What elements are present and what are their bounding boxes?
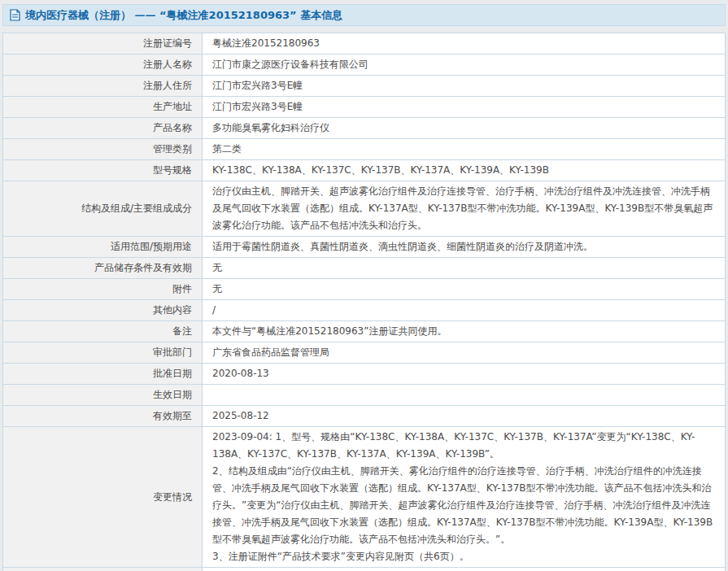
- row-label: 批准日期: [3, 364, 203, 384]
- row-label: 注册人名称: [3, 54, 203, 75]
- row-label: 管理类别: [3, 139, 203, 159]
- page-header: 境内医疗器械（注册） —— “粤械注准20152180963” 基本信息: [2, 4, 726, 26]
- table-row-structure-composition: 结构及组成/主要组成成分 治疗仪由主机、脚踏开关、超声波雾化治疗组件及治疗连接导…: [3, 181, 725, 236]
- table-row-attachments: 附件 无: [3, 278, 725, 299]
- row-label: 注册人住所: [3, 76, 203, 96]
- row-value: 治疗仪由主机、脚踏开关、超声波雾化治疗组件及治疗连接导管、治疗手柄、冲洗治疗组件…: [203, 181, 725, 236]
- row-value: 江门市宏兴路3号E幢: [203, 76, 725, 96]
- row-label: 有效期至: [3, 406, 203, 426]
- table-row-approval-date: 批准日期 2020-08-13: [3, 363, 725, 384]
- row-label: 结构及组成/主要组成成分: [3, 181, 203, 236]
- table-row-production-address: 生产地址 江门市宏兴路3号E幢: [3, 96, 725, 117]
- row-value: 2020-08-13: [203, 364, 725, 384]
- row-value: 广东省食品药品监督管理局: [203, 342, 725, 363]
- row-value: KY-138C、KY-138A、KY-137C、KY-137B、KY-137A、…: [203, 160, 725, 181]
- row-value: 江门市宏兴路3号E幢: [203, 97, 725, 117]
- row-label: 备注: [3, 321, 203, 342]
- row-label: 附件: [3, 279, 203, 299]
- table-row-management-class: 管理类别 第二类: [3, 138, 725, 159]
- row-label: 审批部门: [3, 342, 203, 363]
- row-value: 2023-09-04: 1、型号、规格由“KY-138C、KY-138A、KY-…: [203, 427, 725, 567]
- table-row-storage-conditions: 产品储存条件及有效期 无: [3, 257, 725, 278]
- page: 境内医疗器械（注册） —— “粤械注准20152180963” 基本信息 注册证…: [0, 0, 728, 571]
- row-value: 本文件与“粤械注准20152180963”注册证共同使用。: [203, 321, 725, 342]
- registration-info-table: 注册证编号 粤械注准20152180963 注册人名称 江门市康之源医疗设备科技…: [2, 33, 726, 571]
- row-value: 2025-08-12: [203, 406, 725, 426]
- row-label: 型号规格: [3, 160, 203, 181]
- table-row-effective-date: 生效日期: [3, 384, 725, 405]
- row-label: 生效日期: [3, 385, 203, 405]
- row-value: 多功能臭氧雾化妇科治疗仪: [203, 118, 725, 138]
- table-row-expiry-date: 有效期至 2025-08-12: [3, 405, 725, 426]
- row-label: 生产地址: [3, 97, 203, 117]
- row-label: 变更情况: [3, 427, 203, 567]
- table-row-change-history: 变更情况 2023-09-04: 1、型号、规格由“KY-138C、KY-138…: [3, 426, 725, 567]
- row-value: /: [203, 300, 725, 320]
- row-value: 详情: [203, 568, 725, 571]
- row-value: 粤械注准20152180963: [203, 33, 725, 54]
- table-row-intended-use: 适用范围/预期用途 适用于霉菌性阴道炎、真菌性阴道炎、滴虫性阴道炎、细菌性阴道炎…: [3, 236, 725, 257]
- table-row-registrant-name: 注册人名称 江门市康之源医疗设备科技有限公司: [3, 54, 725, 75]
- row-value: 无: [203, 258, 725, 278]
- table-row-other-content: 其他内容 /: [3, 299, 725, 320]
- row-label-note: 注: [3, 568, 203, 571]
- row-value: 江门市康之源医疗设备科技有限公司: [203, 54, 725, 75]
- row-label: 适用范围/预期用途: [3, 237, 203, 257]
- row-label: 产品储存条件及有效期: [3, 258, 203, 278]
- row-value: 无: [203, 279, 725, 299]
- table-row-note: 注 详情: [3, 567, 725, 571]
- table-row-product-name: 产品名称 多功能臭氧雾化妇科治疗仪: [3, 117, 725, 138]
- row-label: 产品名称: [3, 118, 203, 138]
- row-label: 注册证编号: [3, 33, 203, 54]
- row-value: [203, 385, 725, 405]
- row-value: 第二类: [203, 139, 725, 159]
- table-row-reg-number: 注册证编号 粤械注准20152180963: [3, 33, 725, 54]
- table-row-registrant-address: 注册人住所 江门市宏兴路3号E幢: [3, 75, 725, 96]
- table-row-remarks: 备注 本文件与“粤械注准20152180963”注册证共同使用。: [3, 320, 725, 342]
- row-value: 适用于霉菌性阴道炎、真菌性阴道炎、滴虫性阴道炎、细菌性阴道炎的治疗及阴道冲洗。: [203, 237, 725, 257]
- document-icon: [10, 9, 20, 21]
- table-row-model-spec: 型号规格 KY-138C、KY-138A、KY-137C、KY-137B、KY-…: [3, 159, 725, 181]
- row-label: 其他内容: [3, 300, 203, 320]
- page-title: 境内医疗器械（注册） —— “粤械注准20152180963” 基本信息: [25, 8, 342, 23]
- table-row-approval-department: 审批部门 广东省食品药品监督管理局: [3, 342, 725, 363]
